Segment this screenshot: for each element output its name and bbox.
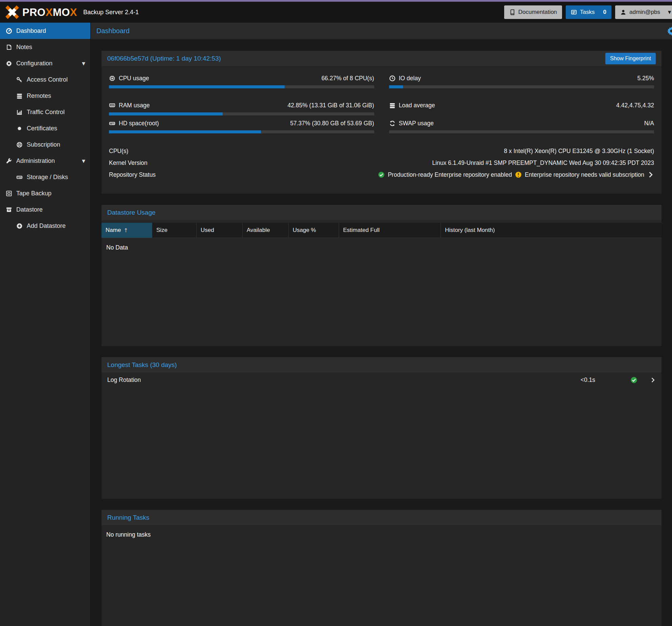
running-tasks-title: Running Tasks <box>107 514 149 521</box>
sidebar-item-traffic-control[interactable]: Traffic Control <box>0 104 90 120</box>
gauges-grid: CPU usage 66.27% of 8 CPU(s) IO delay 5.… <box>109 74 654 133</box>
sidebar-item-dashboard[interactable]: Dashboard <box>0 23 90 39</box>
sidebar-item-datastore[interactable]: Datastore <box>0 201 90 218</box>
user-icon <box>620 9 626 15</box>
gauge-label: Load average <box>399 102 435 109</box>
gauge-value: 66.27% of 8 CPU(s) <box>321 75 374 82</box>
gauge-label: IO delay <box>399 75 421 82</box>
sidebar-item-notes[interactable]: Notes <box>0 39 90 55</box>
info-value: 8 x Intel(R) Xeon(R) CPU E31245 @ 3.30GH… <box>504 148 654 155</box>
life-ring-icon <box>15 142 24 148</box>
proxmox-logo: PROXMOX <box>5 5 77 20</box>
datastore-empty-text: No Data <box>102 238 662 257</box>
datastore-usage-panel: Datastore Usage Name ↑ Size Used Availab… <box>102 205 662 346</box>
topbar: PROXMOX Backup Server 2.4-1 Documentatio… <box>0 2 672 23</box>
sidebar-item-storage-disks[interactable]: Storage / Disks <box>0 169 90 185</box>
column-header-size[interactable]: Size <box>152 223 197 238</box>
documentation-button[interactable]: Documentation <box>504 5 562 19</box>
column-header-name[interactable]: Name ↑ <box>102 223 152 238</box>
task-name: Log Rotation <box>107 376 581 384</box>
chevron-down-icon[interactable]: ▼ <box>82 61 85 66</box>
longest-tasks-panel: Longest Tasks (30 days) Log Rotation <0.… <box>102 357 662 499</box>
longest-tasks-header: Longest Tasks (30 days) <box>102 357 662 372</box>
task-duration: <0.1s <box>581 376 595 384</box>
progress-bar <box>389 85 654 88</box>
tasks-button[interactable]: Tasks 0 <box>566 5 611 19</box>
hdd-icon <box>109 120 115 127</box>
host-panel-header: 06f066b5e57d (Uptime: 1 day 10:42:53) Sh… <box>102 51 662 66</box>
sidebar-item-administration[interactable]: Administration ▼ <box>0 153 90 169</box>
hd-space-gauge: HD space(root) 57.37% (30.80 GB of 53.69… <box>109 119 374 133</box>
warning-circle-icon <box>515 171 522 178</box>
column-header-used[interactable]: Used <box>197 223 243 238</box>
bar-chart-icon <box>15 109 24 115</box>
cpus-info-row: CPU(s) 8 x Intel(R) Xeon(R) CPU E31245 @… <box>109 147 654 155</box>
column-header-available[interactable]: Available <box>243 223 289 238</box>
archive-box-icon <box>4 207 13 213</box>
datastore-table-header: Name ↑ Size Used Available Usage % Estim… <box>102 223 662 238</box>
column-header-estimated-full[interactable]: Estimated Full <box>339 223 441 238</box>
sidebar-item-access-control[interactable]: Access Control <box>0 71 90 88</box>
sidebar-item-certificates[interactable]: Certificates <box>0 120 90 136</box>
progress-bar <box>389 130 654 133</box>
cpu-icon <box>109 75 115 82</box>
gauge-value: 4.42,4.75,4.32 <box>616 102 654 109</box>
info-label: CPU(s) <box>109 148 128 155</box>
task-list-icon <box>571 9 577 15</box>
datastore-panel-header: Datastore Usage <box>102 205 662 220</box>
info-label: Repository Status <box>109 171 156 178</box>
host-panel-body: CPU usage 66.27% of 8 CPU(s) IO delay 5.… <box>102 66 662 179</box>
column-header-usage-pct[interactable]: Usage % <box>289 223 339 238</box>
info-label: Kernel Version <box>109 159 148 167</box>
task-row[interactable]: Log Rotation <0.1s <box>102 372 662 387</box>
progress-bar <box>109 112 374 115</box>
gauge-value: 5.25% <box>637 75 654 82</box>
clock-icon <box>389 75 396 82</box>
sidebar-item-tape-backup[interactable]: Tape Backup <box>0 185 90 201</box>
tape-icon <box>4 190 13 197</box>
tasks-label: Tasks <box>580 9 595 16</box>
chevron-right-icon[interactable] <box>647 171 654 178</box>
gauge-value: 57.37% (30.80 GB of 53.69 GB) <box>290 120 374 127</box>
topbar-buttons: Documentation Tasks 0 admin@pbs ▼ <box>504 5 669 19</box>
user-label: admin@pbs <box>629 9 660 16</box>
dashboard-settings-gear-icon[interactable] <box>667 26 672 36</box>
chevron-down-icon: ▼ <box>668 10 671 14</box>
server-icon <box>389 102 396 109</box>
sidebar-item-configuration[interactable]: Configuration ▼ <box>0 55 90 71</box>
gauge-label: RAM usage <box>119 102 150 109</box>
gauge-label: CPU usage <box>119 75 149 82</box>
running-tasks-header: Running Tasks <box>102 510 662 525</box>
check-circle-icon <box>378 171 385 178</box>
gauge-value: N/A <box>644 120 654 127</box>
repository-status-value: Production-ready Enterprise repository e… <box>378 171 654 178</box>
key-icon <box>15 77 24 83</box>
sidebar-item-add-datastore[interactable]: Add Datastore <box>0 218 90 234</box>
gear-icon <box>4 60 13 67</box>
show-fingerprint-button[interactable]: Show Fingerprint <box>605 53 656 64</box>
repository-status-row: Repository Status Production-ready Enter… <box>109 171 654 179</box>
host-title: 06f066b5e57d (Uptime: 1 day 10:42:53) <box>107 55 221 62</box>
gauge-label: SWAP usage <box>399 120 434 127</box>
sidebar-item-remotes[interactable]: Remotes <box>0 88 90 104</box>
content-scroll-area: 06f066b5e57d (Uptime: 1 day 10:42:53) Sh… <box>91 39 672 626</box>
load-average-gauge: Load average 4.42,4.75,4.32 <box>389 101 654 115</box>
proxmox-x-icon <box>5 5 20 20</box>
sidebar-item-subscription[interactable]: Subscription <box>0 136 90 153</box>
kernel-info-row: Kernel Version Linux 6.1.49-Unraid #1 SM… <box>109 159 654 167</box>
book-icon <box>509 9 515 15</box>
chevron-right-icon[interactable] <box>650 377 656 383</box>
content-header: Dashboard <box>91 23 672 39</box>
sort-asc-icon: ↑ <box>124 227 128 234</box>
sync-icon <box>389 120 396 127</box>
chevron-down-icon[interactable]: ▼ <box>82 159 85 163</box>
gauge-label: HD space(root) <box>119 120 159 127</box>
datastore-panel-title: Datastore Usage <box>107 209 156 216</box>
info-value: Linux 6.1.49-Unraid #1 SMP PREEMPT_DYNAM… <box>432 159 654 167</box>
longest-tasks-title: Longest Tasks (30 days) <box>107 361 177 369</box>
swap-usage-gauge: SWAP usage N/A <box>389 119 654 133</box>
documentation-label: Documentation <box>518 9 557 16</box>
column-header-history[interactable]: History (last Month) <box>441 223 662 238</box>
progress-bar <box>109 130 374 133</box>
user-menu-button[interactable]: admin@pbs ▼ <box>615 5 672 19</box>
